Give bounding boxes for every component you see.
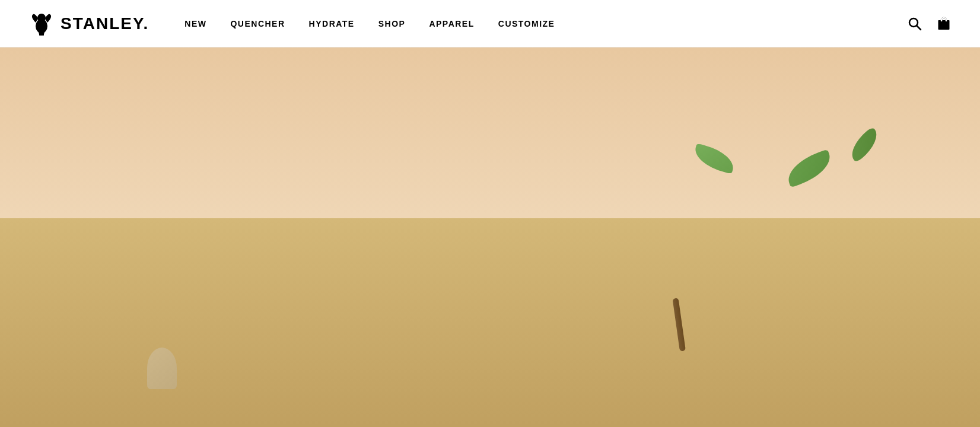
svg-rect-3 bbox=[42, 32, 44, 36]
search-icon bbox=[908, 17, 922, 31]
right-images: 🎨 bbox=[790, 47, 980, 427]
cart-icon bbox=[936, 16, 952, 31]
nav-item-new[interactable]: NEW bbox=[184, 19, 206, 28]
main-nav: NEW QUENCHER HYDRATE SHOP APPAREL CUSTOM… bbox=[184, 19, 908, 28]
svg-line-5 bbox=[917, 26, 921, 30]
stanley-logo[interactable]: STANLEY. bbox=[28, 11, 149, 37]
page-content: JOIN US AFFILIATE PROGRAM Drive traffic … bbox=[0, 47, 980, 427]
nav-item-customize[interactable]: CUSTOMIZE bbox=[498, 19, 555, 28]
search-button[interactable] bbox=[908, 17, 922, 31]
svg-rect-2 bbox=[39, 32, 41, 36]
logo-wordmark: STANLEY. bbox=[61, 14, 149, 33]
nav-item-hydrate[interactable]: HYDRATE bbox=[309, 19, 355, 28]
nav-item-shop[interactable]: SHOP bbox=[378, 19, 406, 28]
beach-image bbox=[790, 265, 971, 418]
stanley-logo-icon bbox=[28, 11, 55, 37]
nav-item-quencher[interactable]: QUENCHER bbox=[230, 19, 285, 28]
svg-rect-6 bbox=[938, 20, 950, 30]
nav-item-apparel[interactable]: APPAREL bbox=[429, 19, 474, 28]
header-actions bbox=[908, 16, 952, 31]
cart-button[interactable] bbox=[936, 16, 952, 31]
